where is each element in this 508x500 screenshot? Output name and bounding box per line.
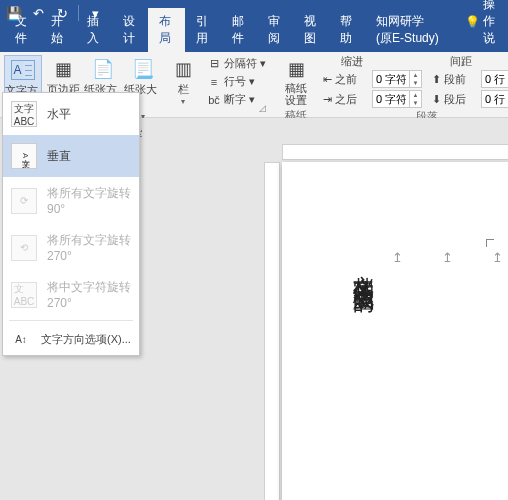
lightbulb-icon: 💡 [465,15,480,29]
indent-left-icon: ⇤ [323,73,332,86]
menu-separator [9,320,133,321]
tab-marker-icon: ↥ [392,250,403,265]
text-direction-icon: A [11,58,35,82]
after-label: 之后 [335,92,369,107]
columns-button[interactable]: ▥ 栏 ▾ [164,55,202,125]
menu-item-rotate-90: ⟳ 将所有文字旋转 90° [3,177,139,224]
ribbon-tabs: 文件 开始 插入 设计 布局 引用 邮件 审阅 视图 帮助 知网研学 (原E-S… [0,26,508,52]
page-setup-dialog-launcher[interactable]: ◿ [259,103,271,115]
vertical-text-icon: 文字A [11,143,37,169]
menu-item-rotate-270: ⟲ 将所有文字旋转 270° [3,224,139,271]
indent-left-input[interactable] [373,73,409,85]
space-after-input[interactable] [482,93,508,105]
menu-item-label: 水平 [47,106,71,123]
spin-down-icon[interactable]: ▼ [410,79,421,87]
menu-item-label: 将中文字符旋转 270° [47,279,131,310]
spin-down-icon[interactable]: ▼ [410,99,421,107]
tab-home[interactable]: 开始 [40,8,76,52]
menu-item-rotate-cjk-270: 文ABC 将中文字符旋转 270° [3,271,139,318]
indent-left-spinner[interactable]: ▲▼ [372,70,422,88]
tab-design[interactable]: 设计 [112,8,148,52]
tab-file[interactable]: 文件 [4,8,40,52]
horizontal-ruler[interactable] [282,144,508,160]
horizontal-text-icon: 文字ABC [11,101,37,127]
text-direction-menu: 文字ABC 水平 文字A 垂直 ⟳ 将所有文字旋转 90° ⟲ 将所有文字旋转 … [2,92,140,356]
chevron-down-icon: ▾ [181,97,185,106]
group-paragraph: 缩进 ⇤ 之前 ▲▼ ⇥ 之后 ▲▼ 间距 ⬆ 段前 ▲▼ [319,52,508,117]
group-manuscript: ▦ 稿纸 设置 稿纸 [273,52,319,117]
text-direction-options-icon: A↕ [11,329,31,349]
tab-mail[interactable]: 邮件 [221,8,257,52]
breaks-icon: ⊟ [207,57,221,71]
manuscript-label: 稿纸 设置 [285,82,307,106]
space-before-input[interactable] [482,73,508,85]
manuscript-icon: ▦ [284,57,308,81]
margins-icon: ▦ [51,57,75,81]
tab-estudy[interactable]: 知网研学 (原E-Study) [365,8,454,52]
before-label: 之前 [335,72,369,87]
menu-item-label: 将所有文字旋转 90° [47,185,131,216]
rotate-cjk-icon: 文ABC [11,282,37,308]
tab-marker-icon: ↥ [492,250,503,265]
tab-marker-icon: ↥ [442,250,453,265]
indent-right-spinner[interactable]: ▲▼ [372,90,422,108]
indent-right-icon: ⇥ [323,93,332,106]
tab-view[interactable]: 视图 [293,8,329,52]
indent-right-input[interactable] [373,93,409,105]
space-before-icon: ⬆ [432,73,441,86]
tab-layout[interactable]: 布局 [148,8,184,52]
rotate-270-icon: ⟲ [11,235,37,261]
tab-insert[interactable]: 插入 [76,8,112,52]
spin-up-icon[interactable]: ▲ [410,91,421,99]
menu-item-label: 文字方向选项(X)... [41,332,131,347]
space-before-label: 段前 [444,72,478,87]
space-before-spinner[interactable]: ▲▼ [481,70,508,88]
menu-item-options[interactable]: A↕ 文字方向选项(X)... [3,323,139,355]
document-page[interactable]: ↥ ↥ ↥ 文档字体怎么变成竖的 [282,162,508,500]
menu-item-horizontal[interactable]: 文字ABC 水平 [3,93,139,135]
tab-references[interactable]: 引用 [185,8,221,52]
menu-item-vertical[interactable]: 文字A 垂直 [3,135,139,177]
line-numbers-button[interactable]: ≡行号▾ [204,73,269,90]
space-after-spinner[interactable]: ▲▼ [481,90,508,108]
tab-help[interactable]: 帮助 [329,8,365,52]
vertical-ruler[interactable] [264,162,280,500]
columns-icon: ▥ [171,57,195,81]
menu-item-label: 将所有文字旋转 270° [47,232,131,263]
indent-header: 缩进 [323,54,422,69]
page-corner-mark [486,239,494,247]
page-size-icon: 📃 [131,57,155,81]
tab-review[interactable]: 审阅 [257,8,293,52]
breaks-button[interactable]: ⊟分隔符▾ [204,55,269,72]
space-after-icon: ⬇ [432,93,441,106]
hyphenation-icon: bč [207,93,221,107]
tab-tell-me[interactable]: 💡操作说 [454,0,508,52]
menu-item-label: 垂直 [47,148,71,165]
line-numbers-icon: ≡ [207,75,221,89]
rotate-90-icon: ⟳ [11,188,37,214]
spin-up-icon[interactable]: ▲ [410,71,421,79]
space-after-label: 段后 [444,92,478,107]
manuscript-settings-button[interactable]: ▦ 稿纸 设置 [277,55,315,108]
document-body-text[interactable]: 文档字体怎么变成竖的 [350,258,378,278]
document-canvas: ↥ ↥ ↥ 文档字体怎么变成竖的 [142,118,508,500]
columns-label: 栏 [178,82,189,97]
spacing-header: 间距 [432,54,508,69]
orientation-icon: 📄 [91,57,115,81]
